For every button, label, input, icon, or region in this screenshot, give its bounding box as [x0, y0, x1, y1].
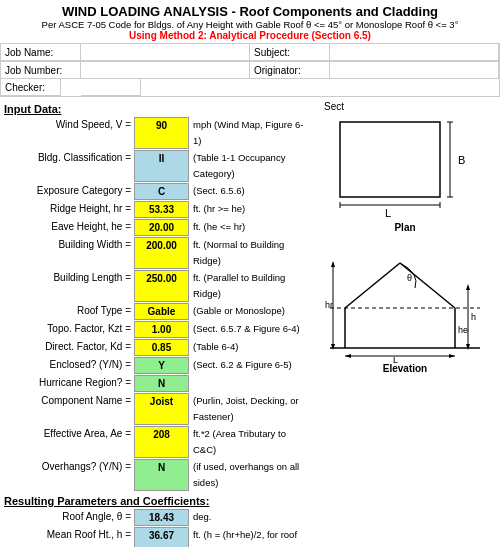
- input-value-8[interactable]: 1.00: [134, 321, 189, 338]
- results-section-title: Resulting Parameters and Coefficients:: [4, 495, 306, 507]
- main-title: WIND LOADING ANALYSIS - Roof Components …: [2, 4, 498, 19]
- svg-line-12: [345, 263, 400, 308]
- input-section-title: Input Data:: [4, 103, 306, 115]
- svg-text:L: L: [393, 355, 398, 363]
- plan-label: Plan: [394, 222, 415, 233]
- input-value-5[interactable]: 200.00: [134, 237, 189, 269]
- input-value-4[interactable]: 20.00: [134, 219, 189, 236]
- subtitle2: Using Method 2: Analytical Procedure (Se…: [2, 30, 498, 41]
- elevation-label: Elevation: [383, 363, 427, 374]
- input-label-10: Enclosed? (Y/N) =: [4, 357, 134, 374]
- result-value-1: 36.67: [134, 527, 189, 547]
- input-label-8: Topo. Factor, Kzt =: [4, 321, 134, 338]
- svg-text:hr: hr: [325, 300, 333, 310]
- svg-text:θ: θ: [407, 273, 412, 283]
- input-desc-5: ft. (Normal to Building Ridge): [189, 237, 306, 269]
- result-grid: Roof Angle, θ =18.43deg.Mean Roof Ht., h…: [4, 509, 306, 547]
- svg-marker-20: [466, 284, 470, 290]
- svg-text:B: B: [458, 154, 465, 166]
- svg-marker-17: [331, 344, 335, 350]
- svg-rect-0: [340, 122, 440, 197]
- input-label-14: Overhangs? (Y/N) =: [4, 459, 134, 491]
- result-label-0: Roof Angle, θ =: [4, 509, 134, 526]
- input-desc-7: (Gable or Monoslope): [189, 303, 306, 320]
- input-label-1: Bldg. Classification =: [4, 150, 134, 182]
- result-label-1: Mean Roof Ht., h =: [4, 527, 134, 547]
- input-label-13: Effective Area, Ae =: [4, 426, 134, 458]
- svg-line-13: [400, 263, 455, 308]
- input-label-2: Exposure Category =: [4, 183, 134, 200]
- input-desc-8: (Sect. 6.5.7 & Figure 6-4): [189, 321, 306, 338]
- input-value-0[interactable]: 90: [134, 117, 189, 149]
- svg-text:he: he: [458, 325, 468, 335]
- input-value-9[interactable]: 0.85: [134, 339, 189, 356]
- svg-text:h: h: [471, 312, 476, 322]
- svg-marker-26: [345, 354, 351, 358]
- input-value-2[interactable]: C: [134, 183, 189, 200]
- originator-value[interactable]: [330, 62, 499, 79]
- input-desc-14: (if used, overhangs on all sides): [189, 459, 306, 491]
- job-info: Job Name: Subject:: [0, 44, 500, 62]
- input-desc-0: mph (Wind Map, Figure 6-1): [189, 117, 306, 149]
- input-desc-6: ft. (Parallel to Building Ridge): [189, 270, 306, 302]
- input-desc-9: (Table 6-4): [189, 339, 306, 356]
- input-value-3[interactable]: 53.33: [134, 201, 189, 218]
- input-desc-2: (Sect. 6.5.6): [189, 183, 306, 200]
- input-value-1[interactable]: II: [134, 150, 189, 182]
- input-desc-11: [189, 375, 306, 392]
- input-desc-1: (Table 1-1 Occupancy Category): [189, 150, 306, 182]
- result-value-0: 18.43: [134, 509, 189, 526]
- right-panel: Sect B L Plan: [310, 97, 500, 547]
- subject-value[interactable]: [330, 44, 499, 61]
- input-label-11: Hurricane Region? =: [4, 375, 134, 392]
- svg-text:L: L: [385, 207, 391, 219]
- result-desc-0: deg.: [189, 509, 306, 526]
- subject-label: Subject:: [250, 44, 330, 61]
- input-label-4: Eave Height, he =: [4, 219, 134, 236]
- sect-label: Sect: [324, 101, 344, 112]
- input-desc-10: (Sect. 6.2 & Figure 6-5): [189, 357, 306, 374]
- input-value-10[interactable]: Y: [134, 357, 189, 374]
- originator-label: Originator:: [250, 62, 330, 79]
- plan-diagram: B L: [325, 112, 485, 222]
- svg-marker-27: [449, 354, 455, 358]
- checker-label: Checker:: [1, 79, 61, 96]
- input-grid: Wind Speed, V =90mph (Wind Map, Figure 6…: [4, 117, 306, 491]
- input-desc-3: ft. (hr >= he): [189, 201, 306, 218]
- input-value-14[interactable]: N: [134, 459, 189, 491]
- input-label-12: Component Name =: [4, 393, 134, 425]
- input-desc-4: ft. (he <= hr): [189, 219, 306, 236]
- checker-value[interactable]: [81, 79, 141, 96]
- input-label-6: Building Length =: [4, 270, 134, 302]
- header: WIND LOADING ANALYSIS - Roof Components …: [0, 0, 500, 44]
- left-panel: Input Data: Wind Speed, V =90mph (Wind M…: [0, 97, 310, 547]
- job-info-row2: Job Number: Originator: Checker:: [0, 62, 500, 97]
- input-value-7[interactable]: Gable: [134, 303, 189, 320]
- job-number-value[interactable]: [81, 62, 250, 79]
- job-name-value[interactable]: [81, 44, 250, 61]
- input-label-3: Ridge Height, hr =: [4, 201, 134, 218]
- svg-marker-16: [331, 261, 335, 267]
- job-name-label: Job Name:: [1, 44, 81, 61]
- input-value-6[interactable]: 250.00: [134, 270, 189, 302]
- input-label-5: Building Width =: [4, 237, 134, 269]
- elevation-diagram: hr h he θ L: [325, 233, 485, 363]
- input-value-12[interactable]: Joist: [134, 393, 189, 425]
- content-area: Input Data: Wind Speed, V =90mph (Wind M…: [0, 97, 500, 547]
- result-desc-1: ft. (h = (hr+he)/2, for roof angle >10 d…: [189, 527, 306, 547]
- svg-marker-21: [466, 344, 470, 350]
- input-label-7: Roof Type =: [4, 303, 134, 320]
- input-desc-13: ft.*2 (Area Tributary to C&C): [189, 426, 306, 458]
- input-value-11[interactable]: N: [134, 375, 189, 392]
- input-value-13[interactable]: 208: [134, 426, 189, 458]
- input-desc-12: (Purlin, Joist, Decking, or Fastener): [189, 393, 306, 425]
- subtitle1: Per ASCE 7-05 Code for Bldgs. of Any Hei…: [2, 19, 498, 30]
- job-number-label: Job Number:: [1, 62, 81, 79]
- input-label-0: Wind Speed, V =: [4, 117, 134, 149]
- input-label-9: Direct. Factor, Kd =: [4, 339, 134, 356]
